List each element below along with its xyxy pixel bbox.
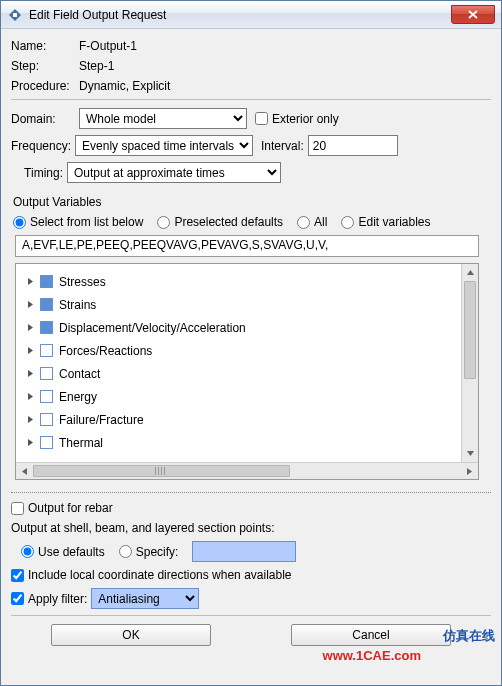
expand-icon[interactable] (26, 300, 36, 310)
tree-checkbox[interactable] (40, 298, 53, 311)
exterior-only-label: Exterior only (272, 112, 339, 126)
output-for-rebar-label: Output for rebar (28, 501, 113, 515)
row-include-local: Include local coordinate directions when… (11, 568, 491, 582)
expand-icon[interactable] (26, 346, 36, 356)
expand-icon[interactable] (26, 369, 36, 379)
svg-marker-4 (28, 278, 33, 285)
name-value: F-Output-1 (79, 39, 137, 53)
svg-marker-12 (467, 270, 474, 275)
expand-icon[interactable] (26, 392, 36, 402)
timing-select[interactable]: Output at approximate times (67, 162, 281, 183)
close-button[interactable] (451, 5, 495, 24)
row-apply-filter: Apply filter: Antialiasing (11, 588, 491, 609)
output-variables-radios: Select from list below Preselected defau… (13, 215, 491, 229)
domain-select[interactable]: Whole model (79, 108, 247, 129)
scroll-left-icon[interactable] (16, 463, 33, 479)
svg-marker-13 (467, 451, 474, 456)
domain-label: Domain: (11, 112, 79, 126)
tree-checkbox[interactable] (40, 275, 53, 288)
close-icon (468, 10, 478, 19)
tree-vertical-scrollbar[interactable] (461, 264, 478, 462)
section-points-radios: Use defaults Specify: (21, 541, 491, 562)
radio-all[interactable]: All (297, 215, 327, 229)
tree-item-label: Energy (59, 390, 97, 404)
cancel-button[interactable]: Cancel (291, 624, 451, 646)
radio-use-defaults[interactable]: Use defaults (21, 545, 105, 559)
tree-item[interactable]: Strains (20, 293, 474, 316)
variables-tree: StressesStrainsDisplacement/Velocity/Acc… (15, 263, 479, 480)
interval-input[interactable] (308, 135, 398, 156)
tree-item[interactable]: Displacement/Velocity/Acceleration (20, 316, 474, 339)
row-step: Step: Step-1 (11, 59, 491, 73)
radio-edit-variables[interactable]: Edit variables (341, 215, 430, 229)
content: Name: F-Output-1 Step: Step-1 Procedure:… (1, 29, 501, 646)
svg-marker-11 (28, 439, 33, 446)
specify-input[interactable] (192, 541, 296, 562)
svg-marker-8 (28, 370, 33, 377)
row-timing: Timing: Output at approximate times (11, 162, 491, 183)
radio-preselected[interactable]: Preselected defaults (157, 215, 283, 229)
frequency-label: Frequency: (11, 139, 71, 153)
tree-checkbox[interactable] (40, 344, 53, 357)
tree-item-label: Thermal (59, 436, 103, 450)
radio-specify[interactable]: Specify: (119, 545, 179, 559)
watermark-cn: 仿真在线 (443, 627, 495, 645)
include-local-checkbox[interactable] (11, 569, 24, 582)
tree-item-label: Stresses (59, 275, 106, 289)
row-rebar: Output for rebar (11, 501, 491, 515)
ok-button[interactable]: OK (51, 624, 211, 646)
svg-marker-15 (467, 468, 472, 475)
row-domain: Domain: Whole model Exterior only (11, 108, 491, 129)
tree-item[interactable]: Thermal (20, 431, 474, 454)
tree-checkbox[interactable] (40, 413, 53, 426)
frequency-select[interactable]: Evenly spaced time intervals (75, 135, 253, 156)
section-points-label: Output at shell, beam, and layered secti… (11, 521, 491, 535)
row-procedure: Procedure: Dynamic, Explicit (11, 79, 491, 93)
tree-checkbox[interactable] (40, 367, 53, 380)
svg-marker-6 (28, 324, 33, 331)
tree-item[interactable]: Stresses (20, 270, 474, 293)
tree-item[interactable]: Failure/Fracture (20, 408, 474, 431)
tree-item[interactable]: Forces/Reactions (20, 339, 474, 362)
tree-item-label: Contact (59, 367, 100, 381)
row-frequency: Frequency: Evenly spaced time intervals … (11, 135, 491, 156)
horizontal-scroll-thumb[interactable] (33, 465, 290, 477)
apply-filter-select[interactable]: Antialiasing (91, 588, 199, 609)
window-title: Edit Field Output Request (29, 8, 166, 22)
apply-filter-checkbox[interactable] (11, 592, 24, 605)
name-label: Name: (11, 39, 79, 53)
step-value: Step-1 (79, 59, 114, 73)
expand-icon[interactable] (26, 323, 36, 333)
app-icon (7, 7, 23, 23)
dotted-divider (11, 492, 491, 493)
divider-bottom (11, 615, 491, 616)
svg-marker-14 (22, 468, 27, 475)
radio-select-from-list[interactable]: Select from list below (13, 215, 143, 229)
tree-horizontal-scrollbar[interactable] (16, 462, 478, 479)
exterior-only-checkbox[interactable] (255, 112, 268, 125)
output-for-rebar-checkbox[interactable] (11, 502, 24, 515)
tree-item-label: Strains (59, 298, 96, 312)
expand-icon[interactable] (26, 415, 36, 425)
scroll-right-icon[interactable] (461, 463, 478, 479)
vertical-scroll-thumb[interactable] (464, 281, 476, 379)
scroll-up-icon[interactable] (462, 264, 478, 281)
expand-icon[interactable] (26, 277, 36, 287)
titlebar: Edit Field Output Request (1, 1, 501, 29)
dialog-buttons: OK Cancel (11, 624, 491, 646)
scroll-down-icon[interactable] (462, 445, 478, 462)
tree-checkbox[interactable] (40, 321, 53, 334)
row-name: Name: F-Output-1 (11, 39, 491, 53)
tree-checkbox[interactable] (40, 390, 53, 403)
variables-text[interactable]: A,EVF,LE,PE,PEEQ,PEEQVAVG,PEVAVG,S,SVAVG… (15, 235, 479, 257)
tree-item[interactable]: Contact (20, 362, 474, 385)
procedure-value: Dynamic, Explicit (79, 79, 170, 93)
divider (11, 99, 491, 100)
watermark-url: www.1CAE.com (323, 648, 421, 663)
svg-rect-1 (13, 13, 17, 17)
tree-item[interactable]: Energy (20, 385, 474, 408)
tree-checkbox[interactable] (40, 436, 53, 449)
tree-item-label: Displacement/Velocity/Acceleration (59, 321, 246, 335)
include-local-label: Include local coordinate directions when… (28, 568, 292, 582)
expand-icon[interactable] (26, 438, 36, 448)
